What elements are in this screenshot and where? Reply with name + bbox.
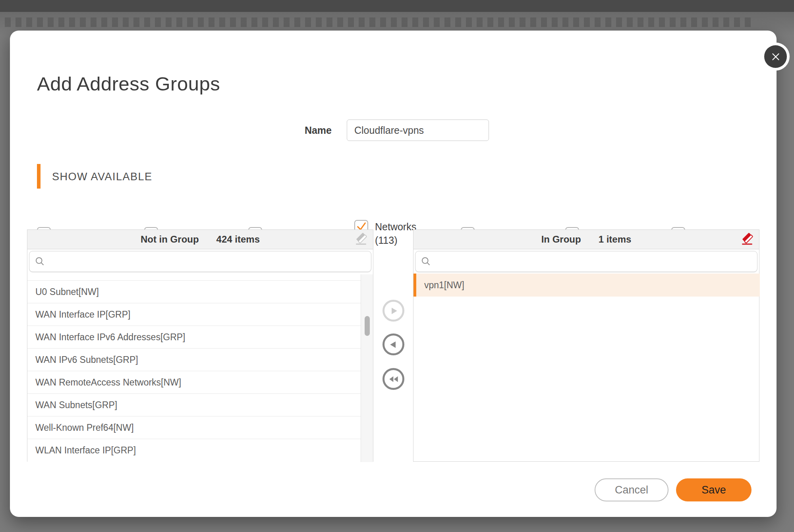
left-search-wrap [27,249,373,272]
list-row-partial [27,274,361,281]
search-icon [35,256,45,267]
list-item[interactable]: WAN Interface IPv6 Addresses[GRP] [27,326,361,349]
list-item[interactable]: U0 Subnet[NW] [27,281,361,303]
panel-title: Not in Group [141,234,199,245]
arrow-left-icon [388,339,400,351]
list-item[interactable]: Well-Known Pref64[NW] [27,416,361,439]
not-in-group-list: U0 Subnet[NW] WAN Interface IP[GRP] WAN … [27,274,361,462]
section-heading: SHOW AVAILABLE [52,171,153,183]
not-in-group-panel: Not in Group 424 items U0 Subnet[NW] WAN… [27,229,373,462]
list-item[interactable]: WAN Interface IP[GRP] [27,303,361,326]
filter-label: Networks (113) [375,220,416,247]
in-group-header: In Group 1 items [413,230,759,249]
eraser-icon [354,232,369,247]
left-search-input[interactable] [49,251,371,272]
list-item[interactable]: WAN RemoteAccess Networks[NW] [27,371,361,394]
move-all-left-button[interactable] [383,368,404,390]
panel-title: In Group [541,234,581,245]
page-title: Add Address Groups [37,73,220,95]
move-right-button[interactable] [383,300,404,322]
close-icon [770,51,782,63]
backdrop-page-texture [5,17,751,27]
right-search-wrap [413,249,759,272]
filter-label-line1: Networks [375,220,416,233]
clear-group-icon[interactable] [739,232,755,248]
cancel-button[interactable]: Cancel [595,478,668,501]
arrow-right-icon [388,305,400,317]
right-search-box[interactable] [415,251,757,272]
search-icon [421,256,431,267]
clear-selection-icon[interactable] [353,232,369,248]
list-item[interactable]: WAN IPv6 Subnets[GRP] [27,349,361,371]
not-in-group-header: Not in Group 424 items [27,230,373,249]
close-button[interactable] [764,45,787,68]
in-group-item-selected[interactable]: vpn1[NW] [413,274,760,297]
backdrop-top-strip [0,0,794,12]
panel-count: 1 items [599,234,632,245]
section-accent-bar [37,164,41,189]
eraser-icon-red [740,232,755,247]
in-group-panel: In Group 1 items vpn1[NW] [413,229,759,462]
panel-count: 424 items [216,234,260,245]
list-item[interactable]: WLAN Interface IP[GRP] [27,439,361,462]
name-input[interactable] [347,120,489,141]
move-left-button[interactable] [383,333,404,355]
scrollbar-thumb[interactable] [365,316,370,336]
right-search-input[interactable] [435,251,757,272]
name-label: Name [272,125,332,136]
save-button[interactable]: Save [676,478,751,501]
filter-label-line2: (113) [375,233,416,247]
scrollbar-track[interactable] [361,274,373,462]
list-item[interactable]: WAN Subnets[GRP] [27,394,361,416]
left-search-box[interactable] [29,251,371,272]
double-arrow-left-icon [387,373,400,386]
